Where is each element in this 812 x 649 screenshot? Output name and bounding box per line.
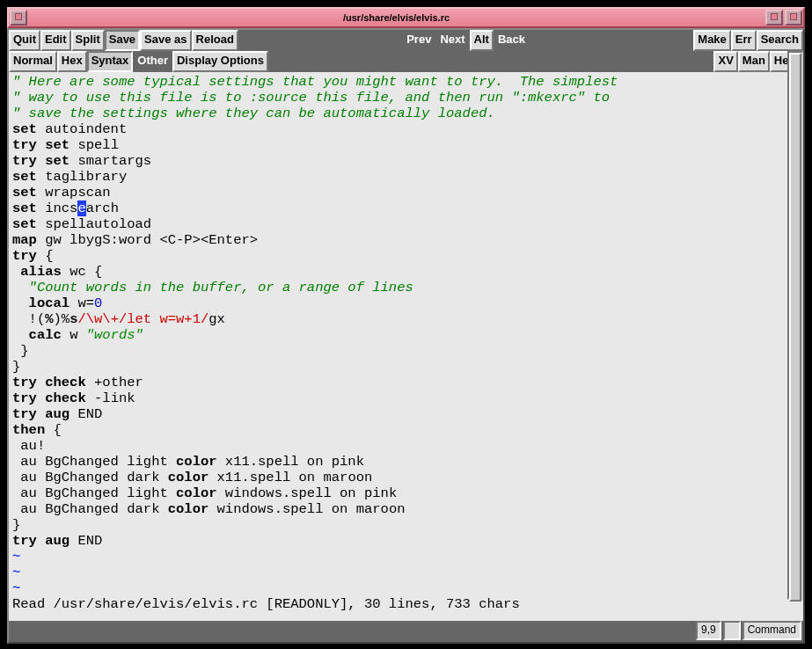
empty-line: ~ xyxy=(12,549,20,565)
empty-line: ~ xyxy=(12,580,20,596)
editor-area[interactable]: " Here are some typical settings that yo… xyxy=(9,72,803,621)
back-button[interactable]: Back xyxy=(494,30,530,51)
minimize-button[interactable] xyxy=(765,10,783,26)
split-button[interactable]: Split xyxy=(71,30,105,51)
cursor-position: 9,9 xyxy=(696,621,721,640)
display-options-button[interactable]: Display Options xyxy=(172,51,268,72)
err-button[interactable]: Err xyxy=(731,30,757,51)
syntax-button[interactable]: Syntax xyxy=(87,51,134,72)
statusbar: 9,9 Command xyxy=(9,621,803,640)
window-body: Quit Edit Split Save Save as Reload Prev… xyxy=(7,28,805,644)
toolbar-main: Quit Edit Split Save Save as Reload Prev… xyxy=(9,30,803,51)
toolbar-display: Normal Hex Syntax Other Display Options … xyxy=(9,51,803,72)
cursor: e xyxy=(77,201,85,216)
maximize-button[interactable] xyxy=(785,10,802,26)
titlebar[interactable]: /usr/share/elvis/elvis.rc xyxy=(7,7,805,28)
scrollbar[interactable] xyxy=(787,51,803,600)
quit-button[interactable]: Quit xyxy=(9,30,40,51)
xv-button[interactable]: XV xyxy=(713,51,737,72)
window-title: /usr/share/elvis/elvis.rc xyxy=(28,12,764,23)
save-as-button[interactable]: Save as xyxy=(140,30,191,51)
reload-button[interactable]: Reload xyxy=(192,30,238,51)
status-indicator xyxy=(723,621,741,640)
comment-line: " save the settings where they can be au… xyxy=(12,106,495,121)
app-window: /usr/share/elvis/elvis.rc Quit Edit Spli… xyxy=(7,7,805,642)
status-message: Read /usr/share/elvis/elvis.rc [READONLY… xyxy=(12,596,520,612)
comment-line: " way to use this file is to :source thi… xyxy=(12,90,610,106)
normal-button[interactable]: Normal xyxy=(9,51,57,72)
next-button[interactable]: Next xyxy=(435,30,469,51)
window-menu-button[interactable] xyxy=(10,10,27,26)
man-button[interactable]: Man xyxy=(738,51,770,72)
other-button[interactable]: Other xyxy=(133,51,172,72)
make-button[interactable]: Make xyxy=(693,30,731,51)
hex-button[interactable]: Hex xyxy=(57,51,87,72)
editor-mode: Command xyxy=(743,621,801,640)
scrollbar-thumb[interactable] xyxy=(789,53,801,602)
comment-line: " Here are some typical settings that yo… xyxy=(12,74,618,90)
save-button[interactable]: Save xyxy=(105,30,140,51)
alt-button[interactable]: Alt xyxy=(470,30,494,51)
search-button[interactable]: Search xyxy=(757,30,803,51)
edit-button[interactable]: Edit xyxy=(40,30,71,51)
empty-line: ~ xyxy=(12,565,20,580)
prev-button[interactable]: Prev xyxy=(402,30,435,51)
